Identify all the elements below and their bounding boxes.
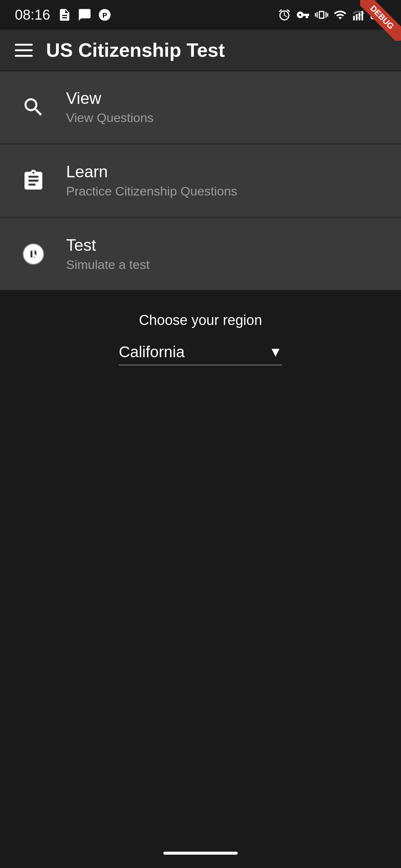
status-bar-right bbox=[278, 8, 386, 22]
vibrate-icon bbox=[315, 8, 328, 22]
svg-text:P: P bbox=[102, 11, 107, 19]
nav-pill bbox=[163, 852, 238, 855]
battery-icon bbox=[371, 8, 386, 22]
nav-bar bbox=[0, 838, 401, 868]
region-dropdown[interactable]: California ▼ bbox=[119, 339, 282, 365]
wifi-icon bbox=[333, 8, 347, 22]
key-icon bbox=[296, 8, 310, 22]
view-item-content: View View Questions bbox=[66, 89, 154, 125]
document-icon bbox=[58, 8, 72, 22]
app-title: US Citizenship Test bbox=[46, 39, 225, 61]
region-section: Choose your region California ▼ bbox=[0, 290, 401, 380]
search-document-icon bbox=[22, 95, 45, 119]
svg-rect-3 bbox=[356, 14, 358, 21]
region-label: Choose your region bbox=[139, 312, 262, 328]
menu-item-test[interactable]: Test Simulate a test bbox=[0, 218, 401, 290]
brain-gear-icon bbox=[22, 242, 45, 266]
view-item-title: View bbox=[66, 89, 154, 108]
learn-item-content: Learn Practice Citizenship Questions bbox=[66, 162, 237, 198]
chat-icon bbox=[78, 8, 92, 22]
badge-icon: P bbox=[98, 8, 112, 22]
dropdown-arrow-icon: ▼ bbox=[269, 344, 282, 360]
region-selected-value: California bbox=[119, 343, 185, 361]
clipboard-icon bbox=[22, 169, 45, 193]
svg-rect-4 bbox=[359, 13, 361, 20]
view-icon-container bbox=[19, 92, 48, 122]
signal-icon bbox=[352, 8, 365, 22]
menu-item-learn[interactable]: Learn Practice Citizenship Questions bbox=[0, 145, 401, 217]
menu-item-view[interactable]: View View Questions bbox=[0, 71, 401, 143]
status-time: 08:16 bbox=[15, 7, 50, 23]
hamburger-menu-button[interactable] bbox=[15, 44, 33, 57]
alarm-icon bbox=[278, 8, 291, 22]
svg-rect-2 bbox=[353, 16, 355, 20]
menu-container: View View Questions Learn Practice Citiz… bbox=[0, 71, 401, 290]
test-item-content: Test Simulate a test bbox=[66, 236, 150, 272]
hamburger-line-2 bbox=[15, 49, 33, 51]
view-item-subtitle: View Questions bbox=[66, 111, 154, 125]
learn-icon-container bbox=[19, 166, 48, 195]
status-icons-left: P bbox=[58, 8, 112, 22]
svg-rect-8 bbox=[372, 12, 382, 18]
test-item-title: Test bbox=[66, 236, 150, 254]
status-bar: 08:16 P bbox=[0, 0, 401, 30]
status-bar-left: 08:16 P bbox=[15, 7, 112, 23]
hamburger-line-1 bbox=[15, 44, 33, 46]
test-item-subtitle: Simulate a test bbox=[66, 257, 150, 272]
learn-item-subtitle: Practice Citizenship Questions bbox=[66, 184, 237, 198]
hamburger-line-3 bbox=[15, 55, 33, 57]
learn-item-title: Learn bbox=[66, 162, 237, 181]
svg-rect-5 bbox=[362, 11, 363, 21]
app-bar: US Citizenship Test bbox=[0, 30, 401, 70]
test-icon-container bbox=[19, 239, 48, 269]
svg-rect-7 bbox=[384, 13, 385, 17]
